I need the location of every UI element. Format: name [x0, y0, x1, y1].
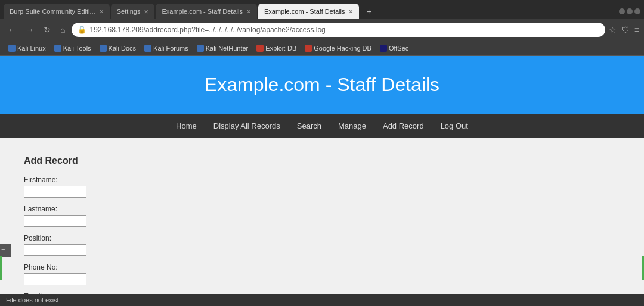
site-nav: Home Display All Records Search Manage A…: [0, 114, 644, 138]
nav-home[interactable]: Home: [168, 115, 205, 136]
lastname-group: Lastname:: [24, 205, 620, 227]
phone-input[interactable]: [24, 273, 86, 285]
tab-label: Example.com - Staff Details: [162, 8, 243, 15]
bookmark-kali-linux[interactable]: Kali Linux: [5, 43, 49, 53]
lock-icon: 🔓: [78, 26, 86, 34]
bookmark-label: Google Hacking DB: [314, 45, 371, 52]
tab-settings[interactable]: Settings ✕: [111, 4, 155, 19]
bookmark-kali-docs[interactable]: Kali Docs: [96, 43, 140, 53]
close-dot[interactable]: [634, 8, 640, 14]
exploit-db-icon: [256, 45, 264, 52]
bookmark-label: Kali Tools: [63, 45, 91, 52]
bookmark-kali-tools[interactable]: Kali Tools: [51, 43, 95, 53]
firstname-input[interactable]: [24, 186, 86, 198]
minimize-dot[interactable]: [619, 8, 625, 14]
url-text: 192.168.178.209/addrecord.php?file=../..…: [89, 26, 325, 34]
lastname-label: Lastname:: [24, 205, 620, 213]
back-nav-button[interactable]: ←: [5, 24, 19, 36]
window-controls: [619, 8, 640, 14]
bookmark-label: Exploit-DB: [265, 45, 296, 52]
bookmark-google-hacking[interactable]: Google Hacking DB: [301, 43, 375, 53]
phone-group: Phone No:: [24, 263, 620, 285]
bookmark-label: OffSec: [389, 45, 408, 52]
website-content: Example.com - Staff Details Home Display…: [0, 56, 644, 306]
tab-close-burp[interactable]: ✕: [99, 8, 104, 15]
kali-tools-icon: [54, 45, 61, 52]
address-bar[interactable]: 🔓 192.168.178.209/addrecord.php?file=../…: [72, 23, 605, 37]
nav-manage[interactable]: Manage: [330, 115, 374, 136]
nav-display-all-records[interactable]: Display All Records: [205, 115, 289, 136]
new-tab-button[interactable]: +: [363, 7, 374, 16]
bookmark-offsec[interactable]: OffSec: [376, 43, 412, 53]
bookmark-label: Kali Forums: [153, 45, 188, 52]
tab-label: Example.com - Staff Details: [264, 8, 345, 15]
lastname-input[interactable]: [24, 215, 86, 227]
position-group: Position:: [24, 234, 620, 256]
browser-toolbar-icons: ☆ 🛡 ≡: [609, 25, 639, 35]
bookmark-label: Kali Docs: [109, 45, 136, 52]
menu-icon[interactable]: ≡: [634, 25, 639, 35]
sidebar-toggle-icon[interactable]: ≡: [0, 244, 11, 257]
nav-log-out[interactable]: Log Out: [432, 115, 476, 136]
bookmarks-bar: Kali Linux Kali Tools Kali Docs Kali For…: [0, 40, 644, 56]
kali-forums-icon: [144, 45, 151, 52]
nav-add-record[interactable]: Add Record: [374, 115, 432, 136]
address-bar-row: ← → ↻ ⌂ 🔓 192.168.178.209/addrecord.php?…: [0, 19, 644, 40]
tab-close-staff-1[interactable]: ✕: [246, 8, 251, 15]
site-header: Example.com - Staff Details: [0, 56, 644, 114]
status-text: File does not exist: [6, 296, 59, 304]
google-hacking-icon: [305, 45, 312, 52]
nav-search[interactable]: Search: [289, 115, 330, 136]
tab-close-staff-2[interactable]: ✕: [348, 8, 353, 15]
offsec-icon: [380, 45, 387, 52]
position-input[interactable]: [24, 244, 86, 256]
add-record-form: Firstname: Lastname: Position: Phone No:…: [24, 176, 620, 306]
kali-linux-icon: [8, 45, 16, 52]
status-bar: File does not exist: [0, 294, 644, 306]
site-content: Add Record Firstname: Lastname: Position…: [0, 138, 644, 306]
kali-nethunter-icon: [197, 45, 204, 52]
firstname-group: Firstname:: [24, 176, 620, 198]
bookmark-label: Kali NetHunter: [206, 45, 249, 52]
browser-chrome: Burp Suite Community Editi... ✕ Settings…: [0, 0, 644, 56]
home-button[interactable]: ⌂: [57, 24, 68, 36]
tab-bar: Burp Suite Community Editi... ✕ Settings…: [0, 0, 644, 19]
site-title: Example.com - Staff Details: [12, 74, 632, 96]
green-accent-right: [642, 256, 644, 280]
tab-label: Settings: [117, 8, 141, 15]
phone-label: Phone No:: [24, 263, 620, 271]
maximize-dot[interactable]: [627, 8, 633, 14]
tab-label: Burp Suite Community Editi...: [10, 8, 95, 15]
tab-staff-1[interactable]: Example.com - Staff Details ✕: [156, 4, 257, 19]
forward-nav-button[interactable]: →: [23, 24, 37, 36]
position-label: Position:: [24, 234, 620, 242]
tab-burp[interactable]: Burp Suite Community Editi... ✕: [4, 4, 110, 19]
tab-staff-2[interactable]: Example.com - Staff Details ✕: [258, 4, 360, 19]
firstname-label: Firstname:: [24, 176, 620, 184]
kali-docs-icon: [100, 45, 107, 52]
bookmark-kali-forums[interactable]: Kali Forums: [141, 43, 192, 53]
green-accent-left: [0, 256, 2, 280]
bookmark-kali-nethunter[interactable]: Kali NetHunter: [193, 43, 252, 53]
page-title: Add Record: [24, 155, 620, 166]
tab-close-settings[interactable]: ✕: [144, 8, 148, 15]
shield-icon: 🛡: [621, 25, 630, 35]
bookmark-star-icon[interactable]: ☆: [609, 25, 617, 35]
reload-button[interactable]: ↻: [41, 24, 54, 36]
bookmark-exploit-db[interactable]: Exploit-DB: [253, 43, 300, 53]
bookmark-label: Kali Linux: [17, 45, 46, 52]
